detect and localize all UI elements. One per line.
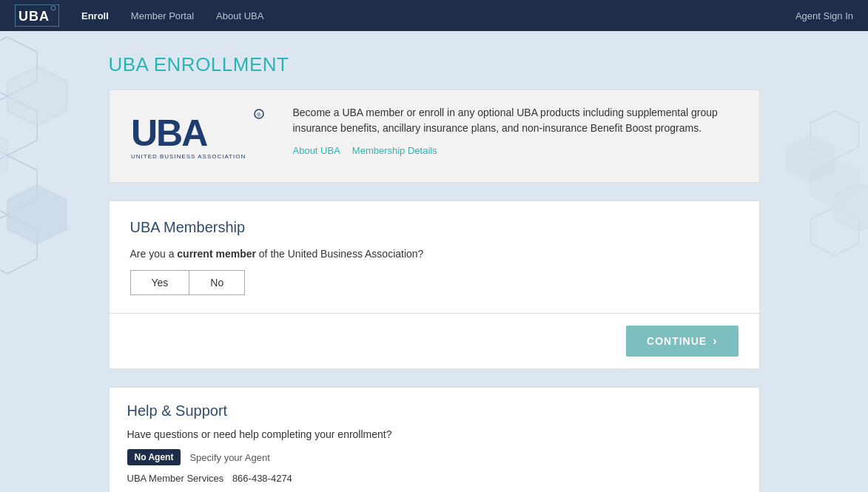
help-contact: UBA Member Services 866-438-4274 — [127, 473, 741, 484]
continue-label: CONTINUE — [647, 335, 707, 347]
agent-sign-in-link[interactable]: Agent Sign In — [795, 10, 853, 21]
info-card-description: Become a UBA member or enroll in any opt… — [293, 105, 741, 136]
page-title: UBA ENROLLMENT — [109, 53, 760, 76]
info-card: UBA ® UNITED BUSINESS ASSOCIATION Become… — [109, 90, 760, 183]
nav-member-portal[interactable]: Member Portal — [131, 10, 194, 21]
specify-agent-link[interactable]: Specify your Agent — [189, 452, 269, 463]
info-card-links: About UBA Membership Details — [293, 145, 741, 156]
contact-number: 866-438-4274 — [232, 473, 292, 484]
svg-text:®: ® — [257, 112, 261, 118]
nav-enroll[interactable]: Enroll — [81, 10, 109, 21]
svg-text:UBA: UBA — [131, 112, 207, 154]
continue-button[interactable]: CONTINUE › — [626, 326, 738, 357]
about-uba-link[interactable]: About UBA — [293, 145, 340, 156]
nav-about-uba[interactable]: About UBA — [216, 10, 263, 21]
contact-name: UBA Member Services — [127, 473, 224, 484]
membership-toggle: Yes No — [130, 270, 739, 295]
content-area: UBA ENROLLMENT UBA ® UNITED BUSINESS ASS… — [109, 53, 760, 492]
no-agent-badge[interactable]: No Agent — [127, 449, 181, 465]
no-button[interactable]: No — [189, 270, 245, 295]
info-card-content: Become a UBA member or enroll in any opt… — [293, 105, 741, 156]
membership-section-inner: UBA Membership Are you a current member … — [110, 201, 759, 313]
svg-point-14 — [51, 6, 55, 10]
help-agent-row: No Agent Specify your Agent — [127, 449, 741, 465]
uba-logo-container: UBA ® UNITED BUSINESS ASSOCIATION — [127, 105, 275, 167]
help-card: Help & Support Have questions or need he… — [109, 387, 760, 492]
svg-text:UNITED BUSINESS ASSOCIATION: UNITED BUSINESS ASSOCIATION — [131, 153, 246, 160]
membership-details-link[interactable]: Membership Details — [352, 145, 437, 156]
membership-question: Are you a current member of the United B… — [130, 248, 739, 260]
membership-title: UBA Membership — [130, 219, 739, 236]
continue-bar: CONTINUE › — [110, 313, 759, 368]
yes-button[interactable]: Yes — [130, 270, 189, 295]
help-title: Help & Support — [127, 402, 741, 419]
main-wrapper: UBA ENROLLMENT UBA ® UNITED BUSINESS ASS… — [0, 31, 868, 492]
svg-text:UBA: UBA — [18, 9, 50, 24]
navigation: UBA Enroll Member Portal About UBA Agent… — [0, 0, 868, 31]
continue-arrow-icon: › — [713, 334, 717, 348]
membership-section: UBA Membership Are you a current member … — [109, 200, 760, 369]
help-question: Have questions or need help completing y… — [127, 428, 741, 440]
nav-links: Enroll Member Portal About UBA — [81, 10, 795, 21]
nav-logo: UBA — [15, 4, 59, 27]
